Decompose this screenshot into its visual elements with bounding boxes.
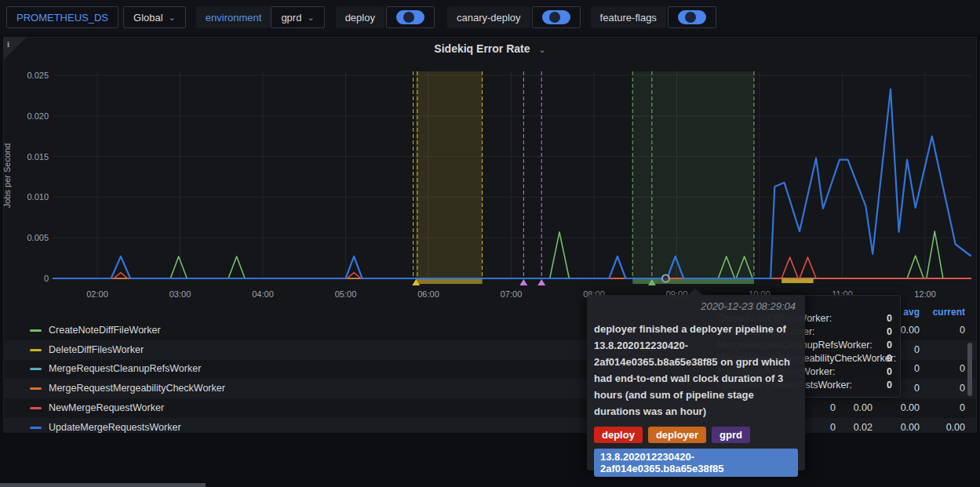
legend-value-max: 0.02: [825, 422, 873, 433]
x-axis-tick-label: 05:00: [322, 289, 370, 299]
annotation-tag-deployer[interactable]: deployer: [648, 427, 706, 443]
legend-series-color-dash[interactable]: [30, 387, 42, 390]
legend-row: UpdateMergeRequestsWorker00.020.000.00: [3, 418, 976, 434]
feature-flags-toggle[interactable]: [668, 6, 716, 28]
canary-deploy-toggle-label: canary-deploy: [447, 6, 530, 28]
horizontal-scrollbar[interactable]: [0, 483, 206, 487]
legend-value-current: 0: [918, 363, 965, 374]
feature-flags-toggle-label: feature-flags: [591, 6, 666, 28]
datasource-picker[interactable]: PROMETHEUS_DS: [6, 6, 118, 28]
tooltip-series-value: 0: [887, 353, 892, 364]
legend-series-name[interactable]: MergeRequestCleanupRefsWorker: [49, 363, 201, 374]
environment-dropdown[interactable]: gprd ⌄: [271, 6, 324, 28]
legend-value-current: 0.00: [918, 422, 965, 433]
grafana-dashboard: PROMETHEUS_DS Global ⌄ environment gprd …: [0, 0, 980, 487]
legend-value-max: 0.00: [825, 402, 873, 413]
legend-value-current: 0: [918, 325, 965, 336]
environment-variable-label: environment: [196, 6, 271, 28]
tooltip-series-value: 0: [887, 380, 892, 391]
legend-series-name[interactable]: DeleteDiffFilesWorker: [49, 344, 144, 355]
annotation-tag-deploy[interactable]: deploy: [594, 427, 643, 443]
toggle-pill: [678, 10, 706, 24]
legend-series-name[interactable]: MergeRequestMergeabilityCheckWorker: [49, 383, 225, 394]
annotation-region: [416, 71, 482, 279]
annotation-region: [632, 71, 754, 279]
legend-scrollbar[interactable]: [967, 343, 972, 396]
toggle-knob: [403, 12, 414, 23]
tooltip-series-value: 0: [887, 340, 892, 351]
annotation-duration-bar: [781, 279, 813, 283]
x-axis-tick-label: 12:00: [902, 289, 949, 299]
series-line-NewMergeRequestWorker: [53, 257, 971, 278]
tooltip-series-value: 0: [887, 366, 892, 377]
legend-series-name[interactable]: CreateNoteDiffFileWorker: [49, 325, 161, 336]
panel-title[interactable]: Sidekiq Error Rate ⌄: [3, 42, 977, 55]
legend-value-avg: 0.00: [873, 402, 920, 413]
series-line-UpdateMergeRequestsWorker: [53, 89, 971, 278]
toggle-pill: [396, 10, 424, 24]
global-dropdown-label: Global: [133, 12, 163, 24]
annotation-tags: deploydeployergprd: [587, 420, 805, 443]
legend-value-avg: 0.00: [873, 422, 920, 433]
legend-series-name[interactable]: UpdateMergeRequestsWorker: [49, 422, 181, 433]
legend-value-current: 0: [918, 402, 965, 413]
deploy-toggle[interactable]: [386, 6, 435, 28]
panel-title-text: Sidekiq Error Rate: [434, 42, 530, 55]
x-axis-tick-label: 04:00: [239, 289, 286, 299]
series-line-CreateNoteDiffFileWorker: [53, 231, 971, 278]
annotation-tag-gprd[interactable]: gprd: [712, 427, 750, 443]
annotation-duration-bar: [416, 279, 482, 284]
toggle-knob: [685, 12, 696, 23]
legend-row: NewMergeRequestWorker00.000.000: [3, 398, 976, 418]
tooltip-series-value: 0: [887, 313, 892, 324]
canary-deploy-toggle[interactable]: [532, 6, 581, 28]
x-axis-tick-label: 02:00: [74, 289, 121, 299]
legend-series-color-dash[interactable]: [30, 368, 42, 370]
annotation-popup: 2020-12-23 08:29:04 deployer finished a …: [587, 295, 805, 471]
legend-series-name[interactable]: NewMergeRequestWorker: [49, 402, 164, 413]
toggle-pill: [542, 10, 570, 24]
chevron-down-icon: ⌄: [538, 45, 545, 54]
y-axis-tick-label: 0.020: [3, 111, 49, 121]
info-icon: i: [7, 39, 9, 49]
annotation-text: deployer finished a deployer pipeline of…: [587, 314, 805, 420]
y-axis-title: Jobs per Second: [2, 133, 12, 219]
legend-series-color-dash[interactable]: [30, 349, 42, 351]
tooltip-series-value: 0: [887, 326, 892, 337]
chevron-down-icon: ⌄: [169, 13, 176, 23]
deploy-toggle-label: deploy: [336, 6, 384, 28]
x-axis-tick-label: 07:00: [488, 289, 535, 299]
x-axis-tick-label: 06:00: [405, 289, 452, 299]
legend-column-header[interactable]: current: [918, 307, 965, 318]
legend-value-current: 0: [918, 383, 965, 394]
annotation-marker-triangle: [537, 279, 545, 285]
annotation-marker-triangle: [519, 279, 527, 285]
environment-dropdown-value: gprd: [281, 12, 301, 24]
x-axis-tick-label: 03:00: [157, 289, 204, 299]
legend-series-color-dash[interactable]: [30, 407, 42, 409]
dashboard-submenu: PROMETHEUS_DS Global ⌄ environment gprd …: [0, 0, 980, 35]
hover-point-marker: [662, 275, 669, 282]
popup-caret-icon: [688, 289, 702, 295]
y-axis-tick-label: 0.005: [3, 233, 49, 242]
chevron-down-icon: ⌄: [307, 13, 314, 23]
toggle-knob: [549, 12, 560, 23]
legend-series-color-dash[interactable]: [30, 329, 42, 332]
annotation-version-tag[interactable]: 13.8.202012230420-2af014e0365.b8a65e38f8…: [594, 449, 798, 477]
global-dropdown[interactable]: Global ⌄: [123, 6, 186, 28]
legend-series-color-dash[interactable]: [30, 427, 42, 429]
annotation-timestamp: 2020-12-23 08:29:04: [587, 295, 805, 314]
y-axis-tick-label: 0.025: [3, 71, 49, 80]
y-axis-tick-label: 0: [3, 274, 49, 283]
